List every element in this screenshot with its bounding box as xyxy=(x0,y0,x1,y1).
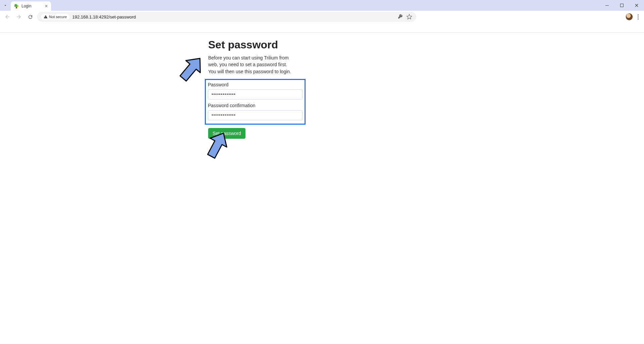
password-input[interactable] xyxy=(208,89,303,99)
close-window-button[interactable] xyxy=(629,0,644,11)
password-confirm-label: Password confirmation xyxy=(208,103,303,108)
tabs-menu-button[interactable] xyxy=(0,0,11,11)
forward-button[interactable] xyxy=(14,12,24,22)
page-title: Set password xyxy=(208,39,302,51)
password-key-icon[interactable] xyxy=(398,14,404,20)
set-password-form: Set password Before you can start using … xyxy=(208,39,302,139)
svg-rect-0 xyxy=(605,5,609,6)
highlight-box: Password Password confirmation xyxy=(205,79,306,125)
browser-tab[interactable]: Login × xyxy=(11,1,51,11)
page-description: Before you can start using Trilium from … xyxy=(208,54,295,75)
reload-icon xyxy=(28,14,33,20)
window-controls xyxy=(600,0,644,11)
favicon-icon xyxy=(14,4,19,8)
toolbar-separator xyxy=(0,32,644,33)
svg-rect-1 xyxy=(620,4,624,7)
security-label: Not secure xyxy=(49,15,67,19)
minimize-button[interactable] xyxy=(600,0,614,11)
set-password-button[interactable]: Set password xyxy=(208,128,245,139)
toolbar-right xyxy=(626,13,641,20)
profile-avatar[interactable] xyxy=(626,13,633,20)
tab-close-button[interactable]: × xyxy=(45,3,48,9)
arrow-left-icon xyxy=(4,14,10,20)
password-confirm-input[interactable] xyxy=(208,110,303,120)
chevron-down-icon xyxy=(3,3,7,7)
browser-menu-button[interactable] xyxy=(638,14,639,19)
annotation-arrow-top xyxy=(173,53,207,87)
address-bar[interactable]: Not secure 192.168.1.18:4292/set-passwor… xyxy=(37,12,416,22)
warning-icon xyxy=(44,15,48,19)
toolbar: Not secure 192.168.1.18:4292/set-passwor… xyxy=(0,11,644,23)
tab-title: Login xyxy=(21,4,31,8)
titlebar: Login × xyxy=(0,0,644,11)
bookmark-icon[interactable] xyxy=(406,14,412,20)
reload-button[interactable] xyxy=(26,12,35,22)
url-text: 192.168.1.18:4292/set-password xyxy=(72,14,395,19)
security-chip[interactable]: Not secure xyxy=(41,14,70,19)
maximize-button[interactable] xyxy=(614,0,629,11)
arrow-right-icon xyxy=(16,14,22,20)
back-button[interactable] xyxy=(3,12,12,22)
password-label: Password xyxy=(208,82,303,87)
